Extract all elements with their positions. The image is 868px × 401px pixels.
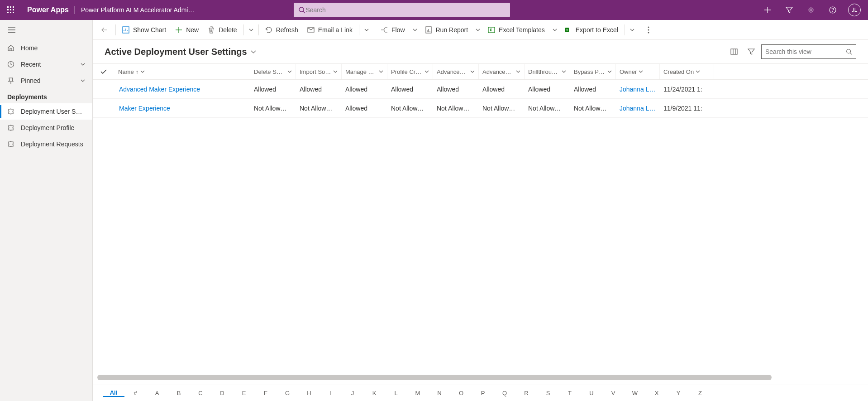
alpha-s[interactable]: S <box>537 390 559 396</box>
svg-point-15 <box>833 12 833 12</box>
cell: Allowed <box>342 86 387 93</box>
app-name[interactable]: Power Apps <box>22 6 75 14</box>
edit-columns-icon[interactable] <box>727 44 741 59</box>
excel-templates-button[interactable]: Excel Templates <box>483 20 549 40</box>
chevron-down-icon <box>696 70 700 73</box>
alphabet-filter: All#ABCDEFGHIJKLMNOPQRSTUVWXYZ <box>93 385 868 401</box>
alpha-g[interactable]: G <box>277 390 298 396</box>
alpha-w[interactable]: W <box>624 390 646 396</box>
filter-view-icon[interactable] <box>744 44 758 59</box>
table-row[interactable]: Advanced Maker ExperienceAllowedAllowedA… <box>93 80 868 99</box>
column-header[interactable]: Profile Crea… <box>387 64 433 79</box>
refresh-button[interactable]: Refresh <box>261 20 303 40</box>
alpha-f[interactable]: F <box>255 390 277 396</box>
cell: Allowed <box>387 86 433 93</box>
run-report-chevron[interactable] <box>472 29 483 31</box>
alpha-y[interactable]: Y <box>668 390 689 396</box>
owner-link[interactable]: Johanna Lorenz <box>616 86 660 93</box>
column-header[interactable]: Delete Solu… <box>250 64 296 79</box>
svg-rect-3 <box>7 9 9 10</box>
new-button[interactable]: New <box>171 20 203 40</box>
more-commands-icon[interactable] <box>641 26 656 34</box>
excel-templates-chevron[interactable] <box>549 29 560 31</box>
grid-header: Name↑Delete Solu…Import Sol…Manage So…Pr… <box>93 63 868 80</box>
email-link-button[interactable]: Email a Link <box>303 20 357 40</box>
email-split-chevron[interactable] <box>361 29 372 31</box>
row-name-link[interactable]: Maker Experience <box>114 105 250 112</box>
svg-point-34 <box>847 49 851 53</box>
alpha-z[interactable]: Z <box>689 390 711 396</box>
delete-button[interactable]: Delete <box>203 20 241 40</box>
alpha-a[interactable]: A <box>146 390 168 396</box>
nav-deployment-item[interactable]: Deployment Profile <box>0 120 92 136</box>
show-chart-button[interactable]: Show Chart <box>118 20 171 40</box>
help-icon[interactable] <box>824 0 842 20</box>
svg-rect-25 <box>488 27 495 33</box>
waffle-icon[interactable] <box>0 0 22 20</box>
chevron-down-icon <box>81 63 85 66</box>
alpha-n[interactable]: N <box>429 390 450 396</box>
owner-link[interactable]: Johanna Lorenz <box>616 105 660 112</box>
add-icon[interactable] <box>758 0 777 20</box>
alpha-#[interactable]: # <box>124 390 146 396</box>
delete-split-chevron[interactable] <box>246 29 257 31</box>
svg-line-10 <box>303 11 305 13</box>
alpha-all[interactable]: All <box>103 389 124 397</box>
alpha-k[interactable]: K <box>363 390 385 396</box>
user-avatar[interactable]: JL <box>845 0 863 20</box>
alpha-x[interactable]: X <box>646 390 668 396</box>
chevron-down-icon <box>333 70 338 73</box>
column-header[interactable]: Manage So… <box>342 64 387 79</box>
nav-deployment-item[interactable]: Deployment User Se… <box>0 103 92 120</box>
view-search-input[interactable] <box>765 48 846 55</box>
alpha-o[interactable]: O <box>450 390 472 396</box>
alpha-e[interactable]: E <box>233 390 255 396</box>
view-search[interactable] <box>761 44 856 59</box>
hamburger-icon[interactable] <box>0 20 92 40</box>
alpha-c[interactable]: C <box>190 390 211 396</box>
column-header[interactable]: Created On <box>660 64 714 79</box>
gear-icon[interactable] <box>802 0 820 20</box>
back-button[interactable] <box>97 23 112 37</box>
run-report-button[interactable]: Run Report <box>420 20 473 40</box>
alpha-t[interactable]: T <box>559 390 581 396</box>
filter-icon[interactable] <box>780 0 798 20</box>
nav-deployment-item[interactable]: Deployment Requests <box>0 136 92 152</box>
column-header[interactable]: Bypass Pre… <box>570 64 616 79</box>
global-search[interactable] <box>294 3 510 17</box>
column-header[interactable]: Owner <box>616 64 660 79</box>
export-excel-button[interactable]: X Export to Excel <box>560 20 623 40</box>
alpha-r[interactable]: R <box>515 390 537 396</box>
flow-button[interactable]: Flow <box>376 20 410 40</box>
nav-home[interactable]: Home <box>0 40 92 56</box>
nav-label: Recent <box>21 61 81 68</box>
alpha-u[interactable]: U <box>581 390 602 396</box>
alpha-b[interactable]: B <box>168 390 190 396</box>
alpha-m[interactable]: M <box>407 390 429 396</box>
export-split-chevron[interactable] <box>627 29 638 31</box>
alpha-h[interactable]: H <box>298 390 320 396</box>
column-header[interactable]: Import Sol… <box>296 64 342 79</box>
alpha-v[interactable]: V <box>602 390 624 396</box>
alpha-i[interactable]: I <box>320 390 342 396</box>
alpha-j[interactable]: J <box>342 390 363 396</box>
column-header[interactable]: Drillthroug… <box>525 64 570 79</box>
flow-chevron[interactable] <box>410 29 420 31</box>
table-row[interactable]: Maker ExperienceNot Allow…Not Allow…Allo… <box>93 99 868 118</box>
column-header[interactable]: Advanced … <box>433 64 479 79</box>
cell: Not Allow… <box>296 105 342 112</box>
view-selector[interactable]: Active Deployment User Settings <box>105 47 256 57</box>
nav-recent[interactable]: Recent <box>0 56 92 72</box>
column-header[interactable]: Name↑ <box>114 64 250 79</box>
alpha-d[interactable]: D <box>211 390 233 396</box>
alpha-l[interactable]: L <box>385 390 407 396</box>
nav-pinned[interactable]: Pinned <box>0 72 92 89</box>
row-name-link[interactable]: Advanced Maker Experience <box>114 86 250 93</box>
horizontal-scrollbar[interactable] <box>97 375 863 380</box>
alpha-q[interactable]: Q <box>494 390 515 396</box>
global-search-input[interactable] <box>305 6 506 14</box>
column-header[interactable]: Advanced … <box>479 64 525 79</box>
alpha-p[interactable]: P <box>472 390 494 396</box>
chevron-down-icon <box>287 70 292 73</box>
select-all-checkbox[interactable] <box>93 64 114 79</box>
